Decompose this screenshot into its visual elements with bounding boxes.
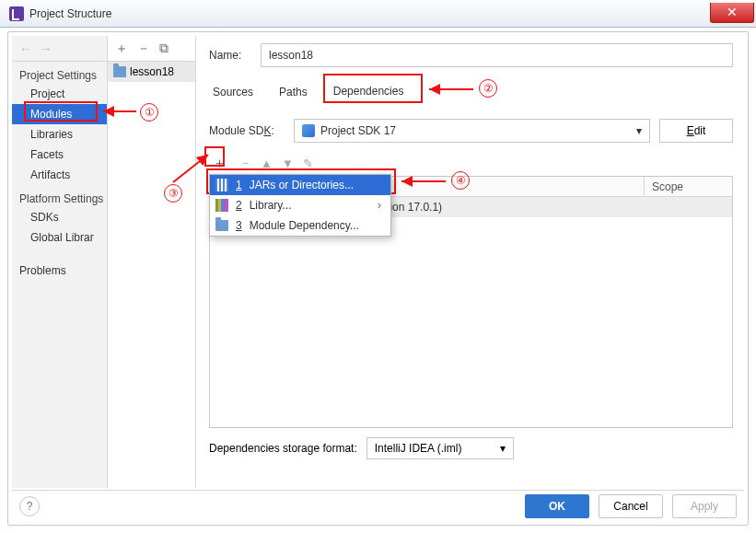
popup-item-jars[interactable]: 1 JARs or Directories... [210, 175, 390, 195]
module-dep-icon [215, 220, 228, 231]
module-sdk-label: Module SDK: [209, 124, 285, 137]
copy-module-icon[interactable]: ⧉ [159, 41, 169, 56]
nav-item-facets[interactable]: Facets [12, 145, 107, 165]
window-title: Project Structure [29, 7, 111, 20]
nav-item-global-libs[interactable]: Global Librar [12, 227, 107, 248]
name-label: Name: [209, 49, 261, 62]
tab-sources[interactable]: Sources [211, 82, 255, 102]
edit-dependency-icon[interactable]: ✎ [303, 156, 313, 170]
dependencies-area: ＋ － ▲ ▼ ✎ Scope 17 (Oracle OpenJDK versi… [209, 152, 733, 428]
nav-history-toolbar: ← → [12, 36, 107, 62]
popup-item-module-dep[interactable]: 3 Module Dependency... [210, 215, 390, 236]
back-icon[interactable]: ← [19, 41, 32, 56]
chevron-down-icon: ▾ [500, 442, 506, 455]
move-up-icon[interactable]: ▲ [261, 156, 273, 170]
module-folder-icon [113, 66, 126, 77]
module-editor: Name: Sources Paths Dependencies Module … [196, 36, 744, 488]
title-bar: Project Structure ✕ [0, 0, 756, 28]
forward-icon[interactable]: → [40, 41, 52, 56]
module-name-input[interactable] [261, 43, 733, 67]
add-module-icon[interactable]: ＋ [115, 41, 128, 57]
tab-paths[interactable]: Paths [277, 82, 309, 102]
scope-header: Scope [644, 177, 732, 196]
nav-section-project: Project Settings [12, 62, 107, 84]
move-down-icon[interactable]: ▼ [282, 156, 294, 170]
submenu-arrow-icon: › [378, 199, 381, 212]
cancel-button[interactable]: Cancel [599, 494, 663, 518]
popup-item-library[interactable]: 2 Library... › [210, 195, 390, 215]
library-icon [215, 199, 228, 212]
remove-module-icon[interactable]: － [137, 41, 150, 57]
module-list: ＋ － ⧉ lesson18 [108, 36, 196, 488]
nav-section-platform: Platform Settings [12, 185, 107, 207]
jar-icon [215, 179, 228, 191]
dialog-footer: ? OK Cancel Apply [12, 490, 744, 521]
remove-dependency-icon[interactable]: － [239, 155, 251, 171]
storage-format-label: Dependencies storage format: [209, 442, 357, 455]
add-dependency-popup: 1 JARs or Directories... 2 Library... › … [209, 174, 391, 237]
nav-item-artifacts[interactable]: Artifacts [12, 165, 107, 185]
app-icon [9, 6, 24, 21]
module-sdk-combo[interactable]: Project SDK 17 ▾ [294, 119, 650, 143]
module-sdk-value: Project SDK 17 [320, 124, 396, 137]
nav-item-problems[interactable]: Problems [12, 261, 107, 281]
nav-item-project[interactable]: Project [12, 84, 107, 104]
ok-button[interactable]: OK [525, 494, 589, 518]
close-button[interactable]: ✕ [710, 3, 754, 23]
settings-nav: ← → Project Settings Project Modules Lib… [12, 36, 108, 488]
nav-item-modules[interactable]: Modules [12, 104, 107, 124]
chevron-down-icon: ▾ [636, 124, 642, 137]
nav-item-sdks[interactable]: SDKs [12, 207, 107, 227]
storage-format-value: IntelliJ IDEA (.iml) [375, 442, 462, 455]
add-dependency-icon[interactable]: ＋ [209, 155, 230, 172]
dialog-body: ← → Project Settings Project Modules Lib… [7, 31, 749, 526]
module-toolbar: ＋ － ⧉ [108, 36, 195, 62]
popup-item-label: JARs or Directories... [250, 179, 354, 191]
tab-dependencies[interactable]: Dependencies [331, 81, 406, 103]
storage-format-combo[interactable]: IntelliJ IDEA (.iml) ▾ [366, 437, 514, 459]
nav-item-libraries[interactable]: Libraries [12, 124, 107, 145]
dependencies-toolbar: ＋ － ▲ ▼ ✎ [209, 152, 733, 174]
popup-item-label: Library... [250, 199, 292, 212]
module-tabs: Sources Paths Dependencies [211, 78, 733, 106]
module-item-label: lesson18 [130, 65, 174, 78]
module-item[interactable]: lesson18 [108, 62, 195, 82]
apply-button[interactable]: Apply [672, 494, 737, 518]
help-button[interactable]: ? [19, 496, 40, 516]
popup-item-label: Module Dependency... [250, 219, 359, 232]
edit-sdk-button[interactable]: Edit [659, 119, 733, 143]
sdk-icon [302, 124, 315, 137]
